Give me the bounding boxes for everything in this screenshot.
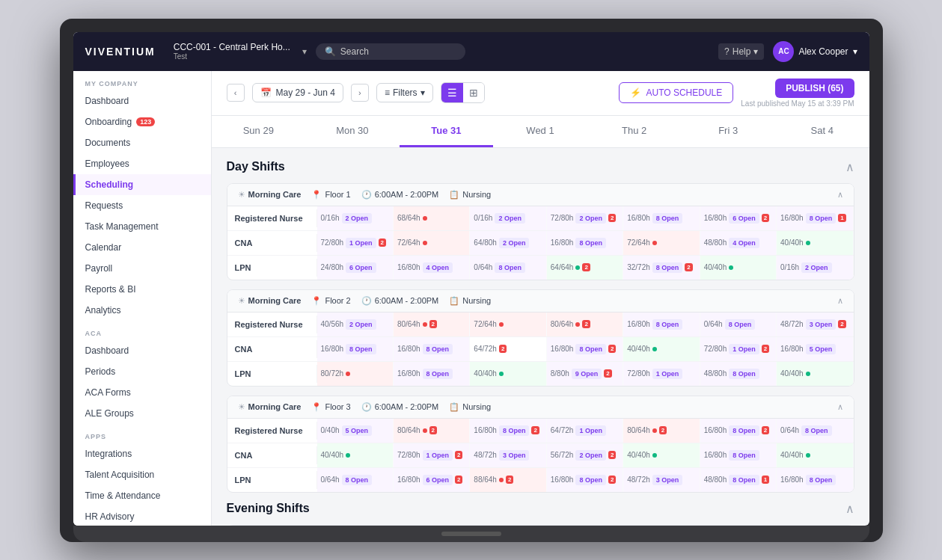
open-tag[interactable]: 1 Open (346, 238, 376, 248)
sidebar-item-periods[interactable]: Periods (73, 361, 211, 382)
shift-cell[interactable]: 40/40h (470, 362, 546, 386)
open-tag[interactable]: 2 Open (575, 213, 606, 224)
open-tag[interactable]: 8 Open (652, 262, 683, 273)
shift-cell[interactable]: 72/80h1 Open2 (317, 231, 394, 255)
shift-group-collapse-icon[interactable]: ∧ (837, 190, 843, 200)
shift-cell[interactable]: 16/80h8 Open (623, 313, 700, 336)
sidebar-item-calendar[interactable]: Calendar (73, 237, 211, 258)
open-tag[interactable]: 8 Open (575, 238, 606, 248)
open-tag[interactable]: 5 Open (806, 344, 837, 354)
open-tag[interactable]: 6 Open (729, 213, 759, 224)
open-tag[interactable]: 3 Open (499, 450, 530, 461)
user-menu[interactable]: AC Alex Cooper ▾ (773, 41, 857, 62)
shift-cell[interactable]: 0/16h2 Open (470, 206, 546, 230)
shift-cell[interactable]: 40/40h (777, 362, 853, 386)
shift-cell[interactable]: 72/80h1 Open2 (394, 443, 470, 467)
shift-cell[interactable]: 16/80h4 Open (394, 256, 470, 280)
shift-cell[interactable]: 72/64h (623, 231, 700, 255)
shift-cell[interactable]: 16/80h8 Open2 (547, 468, 623, 492)
day-tab-mon-30[interactable]: Mon 30 (305, 116, 400, 147)
shift-cell[interactable]: 48/72h3 Open (623, 468, 700, 492)
shift-cell[interactable]: 0/16h2 Open (777, 256, 853, 280)
shift-cell[interactable]: 64/80h2 Open (470, 231, 546, 255)
shift-cell[interactable]: 16/80h8 Open1 (777, 206, 853, 230)
shift-cell[interactable]: 16/80h5 Open (777, 337, 853, 361)
sidebar-item-requests[interactable]: Requests (73, 195, 211, 216)
grid-view-button[interactable]: ⊞ (463, 83, 484, 102)
open-tag[interactable]: 8 Open (729, 369, 759, 379)
shift-cell[interactable]: 64/64h2 (547, 256, 623, 280)
shift-group-collapse-icon[interactable]: ∧ (837, 402, 843, 412)
open-tag[interactable]: 8 Open (652, 213, 683, 224)
shift-cell[interactable]: 72/80h2 Open2 (547, 206, 623, 230)
open-tag[interactable]: 1 Open (575, 425, 606, 436)
day-shifts-collapse-icon[interactable]: ∧ (845, 160, 854, 174)
shift-cell[interactable]: 48/72h3 Open2 (777, 313, 853, 336)
next-week-button[interactable]: › (351, 84, 369, 102)
open-tag[interactable]: 9 Open (572, 369, 602, 379)
shift-cell[interactable]: 0/64h8 Open (470, 256, 546, 280)
open-tag[interactable]: 8 Open (495, 262, 525, 273)
evening-shifts-collapse-icon[interactable]: ∧ (845, 502, 854, 516)
shift-group-collapse-icon[interactable]: ∧ (837, 296, 843, 306)
publish-button[interactable]: PUBLISH (65) (775, 79, 854, 98)
shift-cell[interactable]: 64/72h1 Open (547, 419, 623, 443)
shift-cell[interactable]: 72/64h (470, 313, 546, 336)
sidebar-item-time-att[interactable]: Time & Attendance (73, 485, 211, 506)
search-bar[interactable]: 🔍 Search (316, 43, 465, 60)
shift-cell[interactable]: 56/72h2 Open2 (547, 443, 623, 467)
shift-cell[interactable]: 80/64h2 (547, 313, 623, 336)
sidebar-item-payroll[interactable]: Payroll (73, 258, 211, 279)
shift-cell[interactable]: 16/80h8 Open (547, 231, 623, 255)
open-tag[interactable]: 8 Open (729, 475, 759, 485)
shift-cell[interactable]: 0/40h5 Open (317, 419, 394, 443)
shift-cell[interactable]: 48/80h4 Open (700, 231, 777, 255)
sidebar-item-analytics[interactable]: Analytics (73, 300, 211, 321)
open-tag[interactable]: 1 Open (729, 344, 759, 354)
shift-cell[interactable]: 16/80h8 Open2 (547, 337, 623, 361)
open-tag[interactable]: 8 Open (725, 319, 756, 330)
shift-cell[interactable]: 16/80h6 Open2 (394, 468, 470, 492)
auto-schedule-button[interactable]: ⚡ AUTO SCHEDULE (619, 82, 733, 103)
shift-cell[interactable]: 72/80h1 Open (623, 362, 700, 386)
sidebar-item-dashboard[interactable]: Dashboard (73, 90, 211, 111)
shift-cell[interactable]: 24/80h6 Open (317, 256, 394, 280)
open-tag[interactable]: 2 Open (499, 238, 530, 248)
sidebar-item-aca-dashboard[interactable]: Dashboard (73, 340, 211, 361)
open-tag[interactable]: 6 Open (346, 262, 376, 273)
shift-cell[interactable]: 40/40h (777, 443, 853, 467)
open-tag[interactable]: 8 Open (575, 475, 606, 485)
shift-cell[interactable]: 16/80h8 Open (700, 443, 777, 467)
day-tab-wed-1[interactable]: Wed 1 (493, 116, 587, 147)
company-chevron-icon[interactable]: ▾ (302, 46, 307, 57)
shift-cell[interactable]: 16/80h8 Open (317, 337, 394, 361)
open-tag[interactable]: 8 Open (729, 425, 759, 436)
shift-cell[interactable]: 72/64h (394, 231, 470, 255)
shift-cell[interactable]: 72/80h1 Open2 (700, 337, 777, 361)
open-tag[interactable]: 6 Open (423, 475, 453, 485)
day-tab-fri-3[interactable]: Fri 3 (681, 116, 775, 147)
shift-cell[interactable]: 40/40h (700, 256, 777, 280)
open-tag[interactable]: 8 Open (346, 344, 376, 354)
open-tag[interactable]: 4 Open (729, 238, 759, 248)
filters-button[interactable]: ≡ Filters ▾ (376, 83, 433, 102)
open-tag[interactable]: 4 Open (423, 262, 453, 273)
shift-cell[interactable]: 80/64h2 (394, 419, 470, 443)
shift-cell[interactable]: 80/64h2 (623, 419, 700, 443)
shift-cell[interactable]: 48/80h8 Open (700, 362, 777, 386)
sidebar-item-ale-groups[interactable]: ALE Groups (73, 403, 211, 424)
day-tab-thu-2[interactable]: Thu 2 (587, 116, 682, 147)
open-tag[interactable]: 8 Open (806, 475, 837, 485)
sidebar-item-talent-acq[interactable]: Talent Acquisition (73, 464, 211, 485)
open-tag[interactable]: 8 Open (729, 450, 759, 461)
shift-cell[interactable]: 16/80h8 Open (394, 337, 470, 361)
sidebar-item-documents[interactable]: Documents (73, 132, 211, 153)
shift-cell[interactable]: 48/80h8 Open1 (700, 468, 777, 492)
shift-cell[interactable]: 68/64h (394, 206, 470, 230)
shift-cell[interactable]: 40/56h2 Open (317, 313, 394, 336)
open-tag[interactable]: 8 Open (342, 475, 373, 485)
shift-cell[interactable]: 16/80h8 Open2 (470, 419, 546, 443)
open-tag[interactable]: 1 Open (423, 450, 453, 461)
date-range-button[interactable]: 📅 May 29 - Jun 4 (252, 83, 343, 102)
sidebar-item-reports-bi[interactable]: Reports & BI (73, 279, 211, 300)
